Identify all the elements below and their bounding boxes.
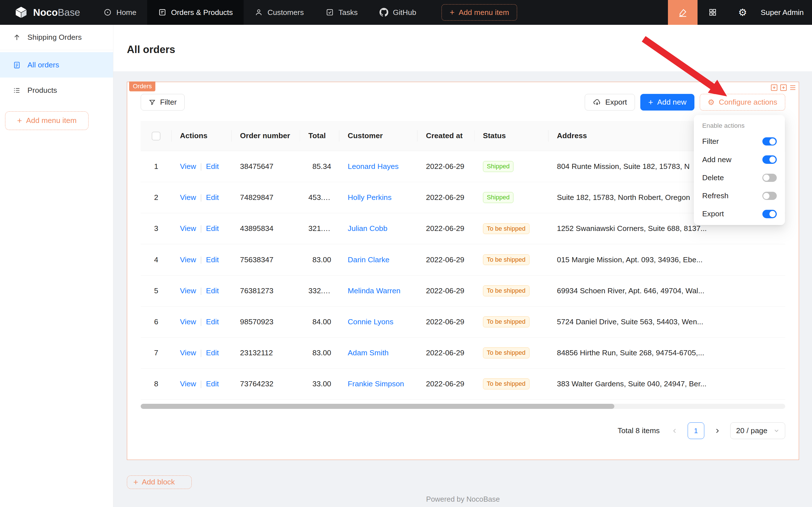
nav-item-home[interactable]: Home [93,0,147,25]
status-badge: To be shipped [483,347,529,358]
filter-button[interactable]: Filter [141,94,185,111]
customer-link[interactable]: Adam Smith [348,348,389,357]
menu-icon[interactable] [789,84,797,92]
edit-link[interactable]: Edit [206,286,219,295]
orders-products-icon [158,8,166,16]
sidebar-item-all-orders[interactable]: All orders [0,52,113,77]
page-size-select[interactable]: 20 / page [730,422,786,439]
address-cell: 383 Walter Gardens, Suite 040, 24947, Be… [549,369,785,400]
page-header: All orders [113,25,812,71]
action-divider [201,381,201,388]
dropdown-item-add-new[interactable]: Add new [696,151,783,169]
next-page-button[interactable] [709,422,726,439]
plugin-manager-button[interactable] [698,0,728,25]
plus-square-icon[interactable] [779,84,788,92]
toolbar-right: Export + Add new ⚙ Configure actions [585,94,785,111]
dropdown-item-filter[interactable]: Filter [696,132,783,151]
view-link[interactable]: View [180,286,196,295]
edit-link[interactable]: Edit [206,162,219,171]
column-header-status: Status [474,121,549,151]
created-at-cell: 2022-06-29 [417,338,474,369]
view-link[interactable]: View [180,193,196,202]
customer-link[interactable]: Melinda Warren [348,286,400,295]
delete-toggle[interactable] [762,174,777,182]
configure-actions-button[interactable]: ⚙ Configure actions [700,94,786,111]
customer-cell: Frankie Simpson [340,369,417,400]
add-block-button[interactable]: + Add block [127,475,192,489]
nav-item-orders-products[interactable]: Orders & Products [147,0,244,25]
row-index: 3 [141,213,172,244]
horizontal-scrollbar [141,404,786,409]
table-header: Actions Order number Total Customer Crea… [141,121,786,151]
select-all-checkbox[interactable] [152,132,161,140]
customer-cell: Julian Cobb [340,213,417,244]
view-link[interactable]: View [180,348,196,357]
dropdown-item-delete[interactable]: Delete [696,169,783,187]
chevron-right-icon [714,428,720,434]
table-row: 5 ViewEdit 76381273 332.00 Melinda Warre… [141,275,786,306]
view-link[interactable]: View [180,162,196,171]
filter-toggle[interactable] [762,137,777,146]
view-link[interactable]: View [180,256,196,264]
user-menu[interactable]: Super Admin [758,8,812,17]
ui-editor-button[interactable] [668,0,698,25]
nav-item-customers[interactable]: Customers [244,0,315,25]
add-menu-item-button[interactable]: + Add menu item [442,4,517,21]
prev-page-button[interactable] [666,422,683,439]
customer-link[interactable]: Connie Lyons [348,318,393,326]
edit-link[interactable]: Edit [206,318,219,326]
plus-icon: + [133,478,138,486]
table-row: 2 ViewEdit 74829847 453.00 Holly Perkins… [141,182,786,213]
sidebar-add-menu-item-button[interactable]: + Add menu item [5,111,89,130]
edit-link[interactable]: Edit [206,256,219,264]
status-cell: To be shipped [474,275,549,306]
view-link[interactable]: View [180,318,196,326]
scrollbar-thumb[interactable] [141,404,615,409]
sidebar-item-shipping-orders[interactable]: Shipping Orders [0,25,113,50]
nocobase-logo[interactable]: NocoBase [0,0,93,25]
dropdown-item-refresh[interactable]: Refresh [696,187,783,205]
row-index: 4 [141,244,172,275]
edit-link[interactable]: Edit [206,224,219,233]
refresh-toggle[interactable] [762,192,777,200]
plus-square-icon[interactable] [770,84,778,92]
view-link[interactable]: View [180,380,196,388]
edit-link[interactable]: Edit [206,193,219,202]
select-all-header [141,121,172,151]
block-tag[interactable]: Orders [129,81,155,91]
total-cell: 83.00 [300,338,340,369]
add-new-toggle[interactable] [762,155,777,164]
customer-link[interactable]: Leonard Hayes [348,162,399,171]
order-number-cell: 98570923 [232,306,300,337]
nav-item-github[interactable]: GitHub [368,0,427,25]
status-badge: To be shipped [483,223,529,234]
view-link[interactable]: View [180,224,196,233]
column-header-order-number: Order number [232,121,300,151]
customer-cell: Connie Lyons [340,306,417,337]
add-new-button[interactable]: + Add new [640,94,695,111]
customer-cell: Leonard Hayes [340,151,417,182]
customer-link[interactable]: Julian Cobb [348,224,387,233]
edit-link[interactable]: Edit [206,380,219,388]
customer-link[interactable]: Frankie Simpson [348,380,404,388]
action-divider [201,288,201,295]
customer-link[interactable]: Holly Perkins [348,193,391,202]
row-index: 2 [141,182,172,213]
settings-button[interactable]: ⚙ [728,0,758,25]
order-number-cell: 75638347 [232,244,300,275]
table-body: 1 ViewEdit 38475647 85.34 Leonard Hayes … [141,151,786,400]
row-actions: ViewEdit [172,306,232,337]
nav-item-tasks[interactable]: Tasks [315,0,368,25]
sidebar-item-products[interactable]: Products [0,77,113,103]
export-button[interactable]: Export [585,94,635,111]
edit-link[interactable]: Edit [206,348,219,357]
action-divider [201,225,201,233]
export-toggle[interactable] [762,210,777,218]
dropdown-item-export[interactable]: Export [696,205,783,223]
total-cell: 85.34 [300,151,340,182]
dropdown-header: Enable actions [696,117,783,132]
page-1-button[interactable]: 1 [688,422,704,439]
customer-link[interactable]: Darin Clarke [348,256,389,264]
customer-cell: Melinda Warren [340,275,417,306]
highlighter-icon [678,8,687,17]
